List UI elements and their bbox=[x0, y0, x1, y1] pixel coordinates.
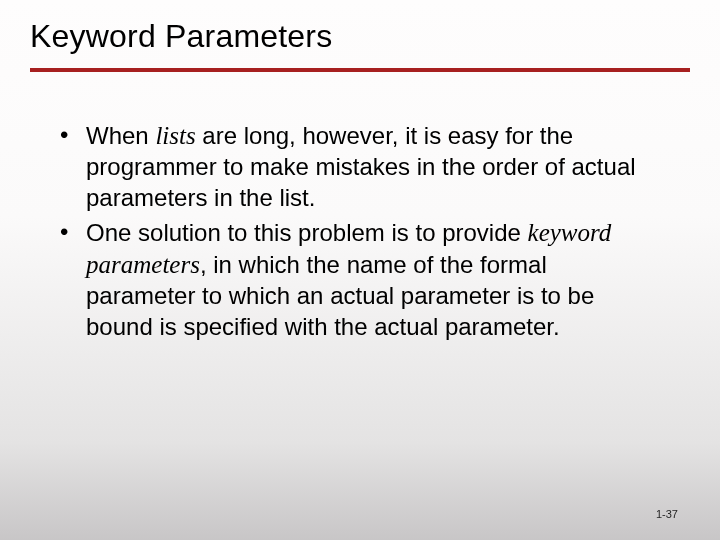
title-underline bbox=[30, 68, 690, 72]
slide: Keyword Parameters When lists are long, … bbox=[0, 0, 720, 540]
slide-body: When lists are long, however, it is easy… bbox=[60, 120, 660, 347]
bullet-term: lists bbox=[155, 122, 195, 149]
bullet-text-pre: One solution to this problem is to provi… bbox=[86, 219, 528, 246]
slide-title: Keyword Parameters bbox=[30, 18, 690, 55]
bullet-item: When lists are long, however, it is easy… bbox=[60, 120, 660, 213]
bullet-item: One solution to this problem is to provi… bbox=[60, 217, 660, 342]
page-number: 1-37 bbox=[656, 508, 678, 520]
bullet-text-pre: When bbox=[86, 122, 155, 149]
